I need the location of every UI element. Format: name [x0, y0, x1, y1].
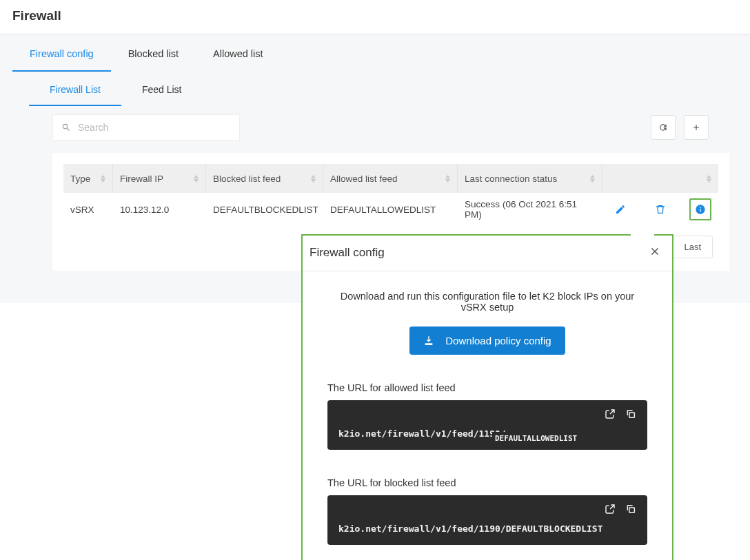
allowed-url-overlay: DEFAULTALLOWEDLIST — [493, 433, 579, 444]
firewall-table: Type Firewall IP Blocked list feed Allow… — [52, 153, 729, 226]
blocked-url-box: k2io.net/firewall/v1/feed/1190/DEFAULTBL… — [327, 495, 647, 545]
search-container — [52, 114, 240, 141]
subtab-feed-list[interactable]: Feed List — [121, 72, 203, 106]
table-header: Type Firewall IP Blocked list feed Allow… — [63, 164, 718, 193]
toolbar-buttons — [651, 115, 709, 140]
svg-marker-9 — [590, 179, 595, 183]
toolbar — [0, 106, 750, 153]
svg-marker-0 — [101, 175, 105, 178]
sub-tabs: Firewall List Feed List — [0, 72, 750, 106]
cell-ip: 10.123.12.0 — [113, 205, 206, 215]
open-blocked-url-button[interactable] — [605, 504, 616, 517]
table-row: vSRX 10.123.12.0 DEFAULTBLOCKEDLIST DEFA… — [63, 193, 718, 226]
sort-icon — [101, 175, 105, 183]
refresh-icon — [658, 123, 668, 132]
cell-allowed-feed: DEFAULTALLOWEDLIST — [323, 205, 458, 215]
subtab-firewall-list[interactable]: Firewall List — [29, 72, 121, 106]
open-allowed-url-button[interactable] — [605, 408, 616, 422]
refresh-button[interactable] — [651, 115, 676, 140]
external-link-icon — [605, 504, 616, 515]
popover-title: Firewall config — [310, 246, 385, 260]
col-status[interactable]: Last connection status — [458, 164, 602, 193]
row-actions — [602, 198, 720, 220]
allowed-url-box: k2io.net/firewall/v1/feed/1190/ DEFAULTA… — [327, 400, 647, 450]
copy-allowed-url-button[interactable] — [625, 408, 636, 422]
cell-type: vSRX — [63, 205, 113, 215]
tab-firewall-config[interactable]: Firewall config — [12, 34, 111, 72]
svg-marker-1 — [101, 179, 105, 183]
allowed-url-text: k2io.net/firewall/v1/feed/1190/ DEFAULTA… — [338, 428, 636, 439]
page-title: Firewall — [12, 8, 738, 23]
svg-marker-2 — [194, 175, 199, 178]
svg-marker-8 — [590, 175, 595, 178]
info-icon — [695, 204, 706, 215]
download-label: Download policy config — [445, 335, 551, 346]
col-ip[interactable]: Firewall IP — [113, 164, 206, 193]
col-type[interactable]: Type — [63, 164, 113, 193]
svg-marker-7 — [445, 179, 450, 183]
popover-description: Download and run this configuration file… — [327, 291, 647, 313]
blocked-url-text: k2io.net/firewall/v1/feed/1190/DEFAULTBL… — [338, 523, 636, 534]
close-icon — [649, 245, 661, 258]
svg-marker-3 — [194, 179, 199, 183]
popover-header: Firewall config — [303, 234, 672, 271]
download-policy-button[interactable]: Download policy config — [409, 326, 565, 355]
svg-marker-5 — [311, 179, 316, 183]
sort-icon — [707, 175, 711, 183]
copy-blocked-url-button[interactable] — [625, 504, 636, 517]
sort-icon — [590, 175, 595, 183]
svg-marker-6 — [445, 175, 450, 178]
sort-icon — [311, 175, 316, 183]
add-button[interactable] — [684, 115, 709, 140]
col-actions — [602, 164, 718, 193]
svg-rect-12 — [629, 413, 634, 417]
cell-blocked-feed: DEFAULTBLOCKEDLIST — [206, 205, 323, 215]
trash-icon — [655, 204, 666, 215]
cell-status: Success(06 Oct 2021 6:51 PM) — [458, 199, 602, 220]
plus-icon — [691, 123, 701, 132]
svg-marker-4 — [311, 175, 316, 178]
page-header: Firewall — [0, 0, 750, 34]
external-link-icon — [605, 408, 616, 419]
sort-icon — [445, 175, 450, 183]
search-icon — [61, 123, 71, 132]
svg-marker-10 — [707, 175, 711, 178]
col-allowed-feed[interactable]: Allowed list feed — [323, 164, 458, 193]
popover-close-button[interactable] — [647, 244, 662, 261]
search-input[interactable] — [78, 122, 231, 133]
sort-icon — [194, 175, 199, 183]
pager-last-button[interactable]: Last — [672, 236, 713, 258]
blocked-url-label: The URL for blocked list feed — [327, 477, 647, 488]
svg-marker-11 — [707, 179, 711, 183]
tab-allowed-list[interactable]: Allowed list — [196, 34, 281, 72]
copy-icon — [625, 408, 636, 419]
primary-tabs: Firewall config Blocked list Allowed lis… — [0, 34, 750, 72]
col-blocked-feed[interactable]: Blocked list feed — [206, 164, 323, 193]
download-icon — [423, 335, 434, 346]
tab-blocked-list[interactable]: Blocked list — [111, 34, 196, 72]
popover-body: Download and run this configuration file… — [303, 271, 672, 545]
allowed-url-label: The URL for allowed list feed — [327, 382, 647, 393]
firewall-config-popover: Firewall config Download and run this co… — [301, 234, 673, 560]
delete-button[interactable] — [649, 198, 671, 220]
info-button[interactable] — [689, 198, 711, 220]
pencil-icon — [615, 204, 626, 215]
edit-button[interactable] — [609, 198, 631, 220]
svg-rect-13 — [629, 508, 634, 512]
copy-icon — [625, 504, 636, 515]
